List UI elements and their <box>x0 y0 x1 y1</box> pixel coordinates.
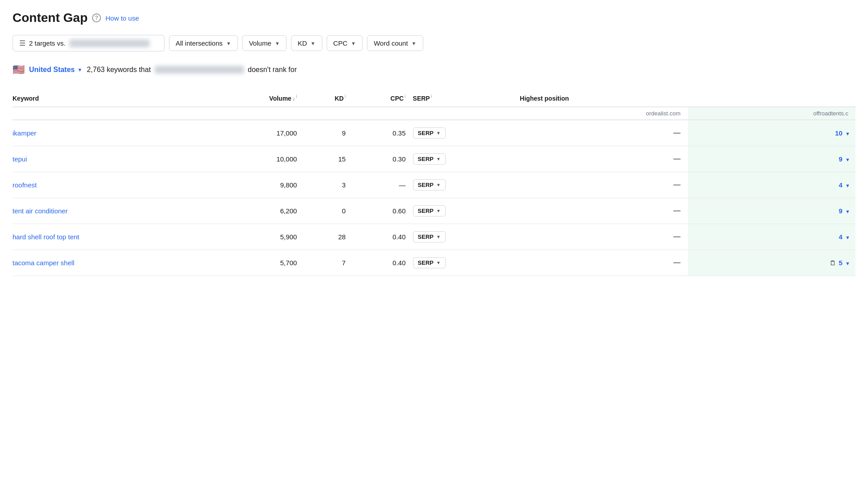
offroad-position-arrow-icon: ▼ <box>845 209 850 214</box>
kd-dropdown[interactable]: KD ▼ <box>291 35 322 51</box>
keyword-link[interactable]: ikamper <box>13 129 36 137</box>
cpc-label: CPC <box>333 39 348 47</box>
offroad-position-cell: 10 ▼ <box>688 120 855 146</box>
ordealist-position-cell: — <box>520 120 687 146</box>
page-icon: 🗒 <box>830 259 836 267</box>
keyword-link[interactable]: hard shell roof top tent <box>13 233 79 241</box>
serp-label: SERP <box>418 259 434 266</box>
word-count-dropdown[interactable]: Word count ▼ <box>367 35 423 51</box>
keyword-cell: tacoma camper shell <box>13 250 211 276</box>
keyword-cell: hard shell roof top tent <box>13 224 211 250</box>
kd-info-icon[interactable]: i <box>345 93 346 99</box>
cpc-arrow-icon: ▼ <box>351 41 356 46</box>
serp-dropdown-icon: ▼ <box>436 260 441 265</box>
kd-cell: 3 <box>304 172 353 198</box>
serp-dropdown-icon: ▼ <box>436 234 441 239</box>
subheader-offroad: offroadtents.c <box>688 107 855 120</box>
serp-label: SERP <box>418 182 434 188</box>
serp-button[interactable]: SERP ▼ <box>413 231 446 242</box>
cpc-dropdown[interactable]: CPC ▼ <box>327 35 363 51</box>
keyword-link[interactable]: tepui <box>13 155 27 163</box>
country-selector[interactable]: United States ▼ <box>29 66 82 74</box>
kd-arrow-icon: ▼ <box>311 41 316 46</box>
table-header-row: Keyword Volume↓i KDi CPCi SERPi <box>13 89 855 107</box>
intersections-arrow-icon: ▼ <box>226 41 231 46</box>
country-name: United States <box>29 66 75 74</box>
serp-dropdown-icon: ▼ <box>436 157 441 161</box>
offroad-position-cell: 4 ▼ <box>688 224 855 250</box>
serp-label: SERP <box>418 208 434 214</box>
serp-label: SERP <box>418 130 434 136</box>
serp-cell: SERP ▼ <box>413 172 520 198</box>
serp-dropdown-icon: ▼ <box>436 208 441 213</box>
ordealist-position-cell: — <box>520 250 687 276</box>
serp-button[interactable]: SERP ▼ <box>413 205 446 216</box>
offroad-position-value: 9 <box>839 155 843 163</box>
domain-blurred <box>155 66 244 74</box>
serp-cell: SERP ▼ <box>413 198 520 224</box>
country-flag: 🇺🇸 <box>13 64 25 76</box>
ordealist-dash: — <box>674 259 681 266</box>
offroad-position-arrow-icon: ▼ <box>845 183 850 188</box>
ordealist-position-cell: — <box>520 172 687 198</box>
subheader-ordealist: ordealist.com <box>520 107 687 120</box>
volume-sort-icon: ↓ <box>292 96 295 102</box>
serp-cell: SERP ▼ <box>413 120 520 146</box>
offroad-position-cell: 4 ▼ <box>688 172 855 198</box>
offroad-position-cell: 🗒 5 ▼ <box>688 250 855 276</box>
toolbar: ☰ 2 targets vs. All intersections ▼ Volu… <box>13 35 855 51</box>
cpc-cell: — <box>353 172 413 198</box>
filter-icon: ☰ <box>19 39 25 47</box>
table-row: tacoma camper shell 5,700 7 0.40 SERP ▼ … <box>13 250 855 276</box>
summary-suffix: doesn't rank for <box>248 66 297 73</box>
volume-cell: 5,900 <box>211 224 304 250</box>
keyword-cell: tent air conditioner <box>13 198 211 224</box>
table-row: ikamper 17,000 9 0.35 SERP ▼ — 10 ▼ <box>13 120 855 146</box>
kd-cell: 28 <box>304 224 353 250</box>
cpc-cell: 0.40 <box>353 224 413 250</box>
table-row: hard shell roof top tent 5,900 28 0.40 S… <box>13 224 855 250</box>
serp-label: SERP <box>418 233 434 240</box>
offroad-position-value: 5 <box>839 259 843 267</box>
serp-button[interactable]: SERP ▼ <box>413 127 446 139</box>
volume-cell: 17,000 <box>211 120 304 146</box>
keyword-link[interactable]: roofnest <box>13 181 37 189</box>
ordealist-dash: — <box>674 207 681 214</box>
cpc-cell: 0.60 <box>353 198 413 224</box>
kd-cell: 7 <box>304 250 353 276</box>
volume-cell: 9,800 <box>211 172 304 198</box>
serp-cell: SERP ▼ <box>413 224 520 250</box>
serp-info-icon[interactable]: i <box>431 93 432 99</box>
serp-button[interactable]: SERP ▼ <box>413 257 446 268</box>
col-volume: Volume↓i <box>211 89 304 107</box>
volume-info-icon[interactable]: i <box>296 93 297 99</box>
ordealist-dash: — <box>674 155 681 162</box>
volume-cell: 6,200 <box>211 198 304 224</box>
serp-button[interactable]: SERP ▼ <box>413 153 446 165</box>
offroad-position-arrow-icon: ▼ <box>845 261 850 266</box>
keyword-link[interactable]: tacoma camper shell <box>13 259 74 267</box>
table-row: tepui 10,000 15 0.30 SERP ▼ — 9 ▼ <box>13 146 855 172</box>
offroad-position-arrow-icon: ▼ <box>845 235 850 240</box>
keyword-cell: roofnest <box>13 172 211 198</box>
keyword-link[interactable]: tent air conditioner <box>13 207 67 215</box>
table-row: roofnest 9,800 3 — SERP ▼ — 4 ▼ <box>13 172 855 198</box>
intersections-label: All intersections <box>176 39 223 47</box>
serp-label: SERP <box>418 156 434 162</box>
kd-cell: 0 <box>304 198 353 224</box>
ordealist-position-cell: — <box>520 224 687 250</box>
serp-button[interactable]: SERP ▼ <box>413 179 446 191</box>
volume-dropdown[interactable]: Volume ▼ <box>242 35 287 51</box>
targets-input-button[interactable]: ☰ 2 targets vs. <box>13 35 164 51</box>
help-icon[interactable]: ? <box>92 13 101 22</box>
intersections-dropdown[interactable]: All intersections ▼ <box>169 35 238 51</box>
word-count-label: Word count <box>374 39 408 47</box>
serp-dropdown-icon: ▼ <box>436 182 441 187</box>
keyword-cell: tepui <box>13 146 211 172</box>
cpc-info-icon[interactable]: i <box>405 93 405 99</box>
kd-cell: 9 <box>304 120 353 146</box>
serp-dropdown-icon: ▼ <box>436 131 441 136</box>
how-to-use-link[interactable]: How to use <box>105 14 139 22</box>
offroad-position-value: 4 <box>839 233 843 241</box>
offroad-position-value: 10 <box>835 129 843 137</box>
